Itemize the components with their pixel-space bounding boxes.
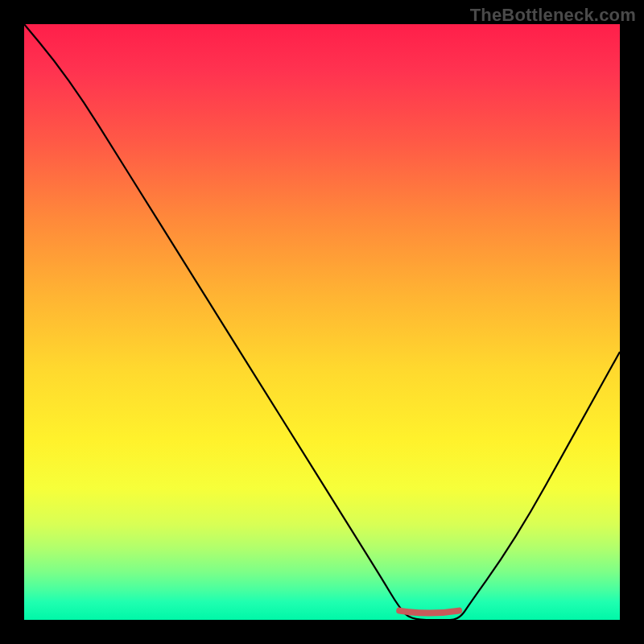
bottleneck-curve-path [24,24,620,620]
optimal-range-marker [399,611,459,613]
bottleneck-curve-svg [24,24,620,620]
chart-frame: TheBottleneck.com [0,0,644,644]
watermark-label: TheBottleneck.com [470,5,636,26]
